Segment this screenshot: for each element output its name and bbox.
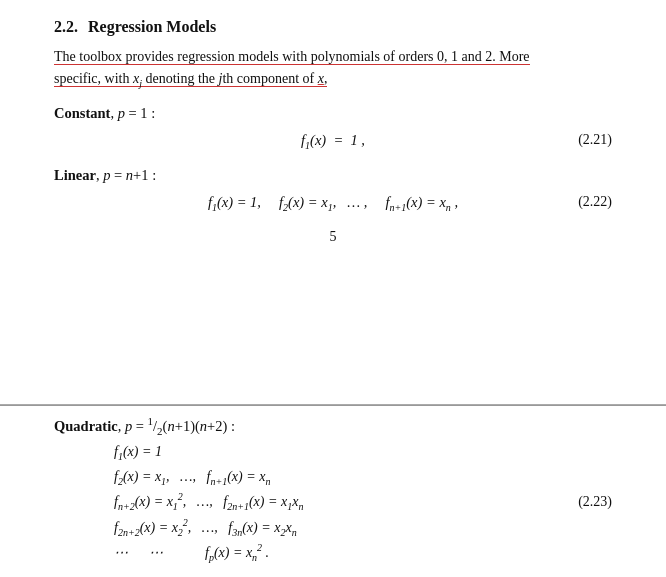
quad-line-2: f2(x) = x1, …, fn+1(x) = xn [114, 464, 612, 489]
intro-text2: specific, with xj denoting the jth compo… [54, 71, 327, 86]
constant-label: Constant [54, 105, 110, 121]
section-title: Regression Models [88, 18, 216, 36]
eq-number-223: (2.23) [578, 489, 612, 514]
linear-label: Linear [54, 167, 96, 183]
quad-line-5: ⋯ ⋯ fp(x) = xn2 . [114, 540, 612, 565]
constant-equation: f1(x) = 1 , (2.21) [54, 132, 612, 149]
eq-number-221: (2.21) [578, 132, 612, 148]
intro-paragraph: The toolbox provides regression models w… [54, 46, 612, 91]
intro-underlined: The toolbox provides regression models w… [54, 49, 530, 87]
top-section: 2.2. Regression Models The toolbox provi… [0, 0, 666, 404]
quadratic-equations: f1(x) = 1 f2(x) = x1, …, fn+1(x) = xn fn… [114, 439, 612, 565]
linear-equation: f1(x) = 1, f2(x) = x1, … , fn+1(x) = xn … [54, 194, 612, 211]
quad-line-4: f2n+2(x) = x22, …, f3n(x) = x2xn [114, 515, 612, 540]
eq-number-222: (2.22) [578, 194, 612, 210]
quad-line-1: f1(x) = 1 [114, 439, 612, 464]
constant-subsection: Constant, p = 1 : [54, 105, 612, 122]
quad-line-3: fn+2(x) = x12, …, f2n+1(x) = x1xn (2.23) [114, 489, 612, 514]
intro-text1: The toolbox provides regression models w… [54, 49, 530, 64]
section-number: 2.2. [54, 18, 78, 36]
linear-subsection: Linear, p = n+1 : [54, 167, 612, 184]
quadratic-subsection: Quadratic, p = 1/2(n+1)(n+2) : [54, 418, 612, 435]
page: 2.2. Regression Models The toolbox provi… [0, 0, 666, 577]
page-number: 5 [54, 229, 612, 245]
bottom-section: Quadratic, p = 1/2(n+1)(n+2) : f1(x) = 1… [0, 405, 666, 577]
quadratic-label: Quadratic [54, 418, 118, 434]
section-heading: 2.2. Regression Models [54, 18, 612, 36]
